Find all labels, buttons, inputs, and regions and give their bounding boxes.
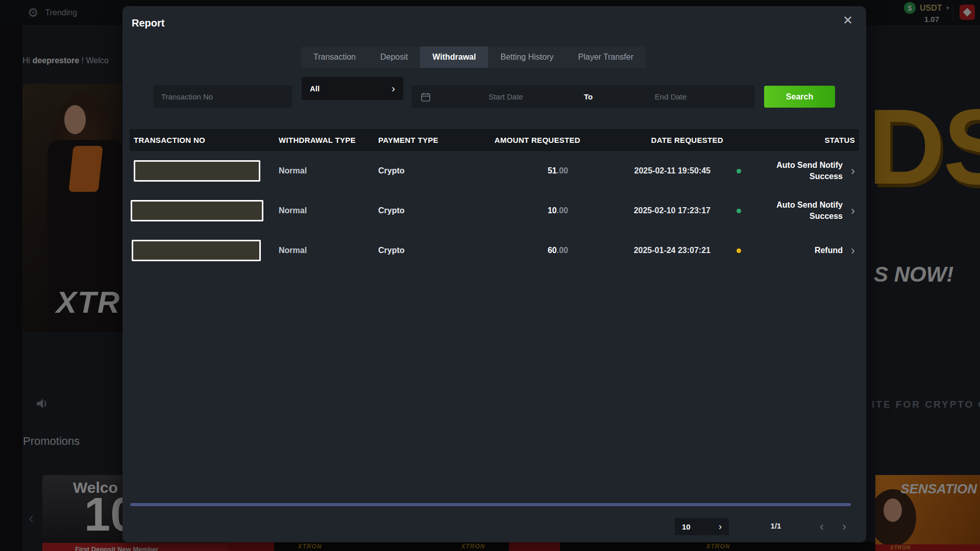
- payment-type: Crypto: [378, 166, 464, 176]
- end-date-input[interactable]: [596, 92, 746, 101]
- status-dot: [737, 248, 741, 253]
- report-tabbar: Transaction Deposit Withdrawal Betting H…: [301, 46, 646, 68]
- type-filter-value: All: [310, 84, 320, 93]
- redacted-transaction-no: [131, 200, 263, 221]
- start-date-input[interactable]: [431, 92, 581, 101]
- table-body: Normal Crypto 51.00 2025-02-11 19:50:45 …: [130, 151, 859, 270]
- status-text: Auto Send Notify Success: [756, 199, 843, 221]
- close-icon[interactable]: ✕: [843, 14, 853, 27]
- table-header: TRANSACTION NO WITHDRAWAL TYPE PAYMENT T…: [130, 129, 859, 151]
- status-cell: Auto Send Notify Success ›: [723, 199, 855, 221]
- col-withdrawal-type: WITHDRAWAL TYPE: [279, 136, 378, 144]
- amount-requested: 10.00: [464, 206, 580, 215]
- page-indicator: 1/1: [755, 521, 796, 530]
- tab-betting-history[interactable]: Betting History: [488, 46, 566, 68]
- report-modal: Report ✕ Transaction Deposit Withdrawal …: [122, 6, 866, 542]
- tab-transaction[interactable]: Transaction: [301, 46, 368, 68]
- col-amount-requested: AMOUNT REQUESTED: [464, 136, 580, 144]
- pagination-prev-icon[interactable]: ‹: [820, 518, 824, 534]
- payment-type: Crypto: [378, 246, 464, 255]
- date-requested: 2025-02-11 19:50:45: [580, 166, 723, 176]
- status-dot: [737, 169, 741, 173]
- status-text: Auto Send Notify Success: [756, 160, 843, 182]
- amount-requested: 60.00: [464, 246, 580, 255]
- chevron-right-icon[interactable]: ›: [851, 165, 855, 177]
- redacted-transaction-no: [132, 240, 261, 261]
- page-size-selector[interactable]: 10 ›: [675, 518, 729, 535]
- chevron-right-icon[interactable]: ›: [851, 244, 855, 257]
- status-text: Refund: [756, 245, 843, 256]
- status-cell: Auto Send Notify Success ›: [723, 160, 855, 182]
- col-transaction-no: TRANSACTION NO: [134, 136, 279, 144]
- withdrawal-type: Normal: [279, 246, 378, 255]
- date-range-filter: To: [411, 85, 755, 108]
- date-separator-label: To: [581, 92, 596, 101]
- calendar-icon: [421, 92, 431, 102]
- pagination-next-icon[interactable]: ›: [842, 518, 846, 534]
- col-status: STATUS: [723, 136, 855, 144]
- horizontal-scrollbar[interactable]: [130, 503, 851, 506]
- chevron-right-icon: ›: [719, 521, 722, 532]
- withdrawal-type: Normal: [279, 166, 378, 176]
- table-row[interactable]: Normal Crypto 10.00 2025-02-10 17:23:17 …: [130, 191, 859, 231]
- amount-requested: 51.00: [464, 166, 580, 176]
- date-requested: 2025-02-10 17:23:17: [580, 206, 723, 215]
- withdrawal-type: Normal: [279, 206, 378, 215]
- chevron-right-icon[interactable]: ›: [851, 205, 855, 217]
- modal-title: Report: [132, 17, 164, 29]
- search-button[interactable]: Search: [764, 86, 835, 108]
- payment-type: Crypto: [378, 206, 464, 215]
- tab-player-transfer[interactable]: Player Transfer: [566, 46, 646, 68]
- status-cell: Refund ›: [723, 244, 855, 257]
- tab-deposit[interactable]: Deposit: [368, 46, 420, 68]
- type-filter-dropdown[interactable]: All ›: [302, 77, 403, 100]
- tab-withdrawal[interactable]: Withdrawal: [420, 46, 488, 68]
- chevron-right-icon: ›: [391, 83, 395, 94]
- table-row[interactable]: Normal Crypto 51.00 2025-02-11 19:50:45 …: [130, 151, 859, 191]
- col-date-requested: DATE REQUESTED: [580, 136, 723, 144]
- page: ⚙ Trending $ USDT ▾ 1.07 Hi deeprestore …: [0, 0, 980, 551]
- status-dot: [737, 209, 741, 213]
- redacted-transaction-no: [134, 160, 260, 182]
- transaction-no-input[interactable]: [153, 85, 292, 108]
- col-payment-type: PAYMENT TYPE: [378, 136, 464, 144]
- table-row[interactable]: Normal Crypto 60.00 2025-01-24 23:07:21 …: [130, 231, 859, 270]
- page-size-value: 10: [682, 522, 691, 531]
- date-requested: 2025-01-24 23:07:21: [580, 246, 723, 255]
